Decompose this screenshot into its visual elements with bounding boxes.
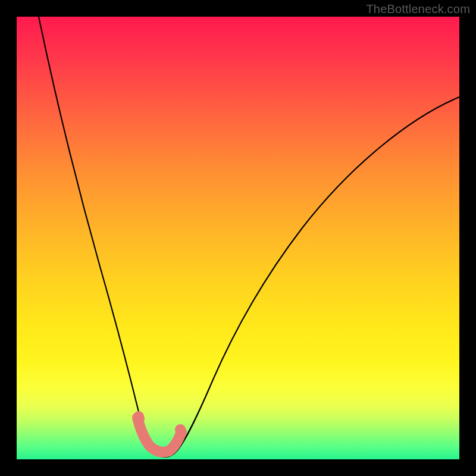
watermark-text: TheBottleneck.com xyxy=(366,2,470,16)
highlight-blob xyxy=(137,416,181,452)
chart-frame xyxy=(17,17,459,459)
bottleneck-curve xyxy=(39,17,459,457)
chart-svg xyxy=(17,17,459,459)
